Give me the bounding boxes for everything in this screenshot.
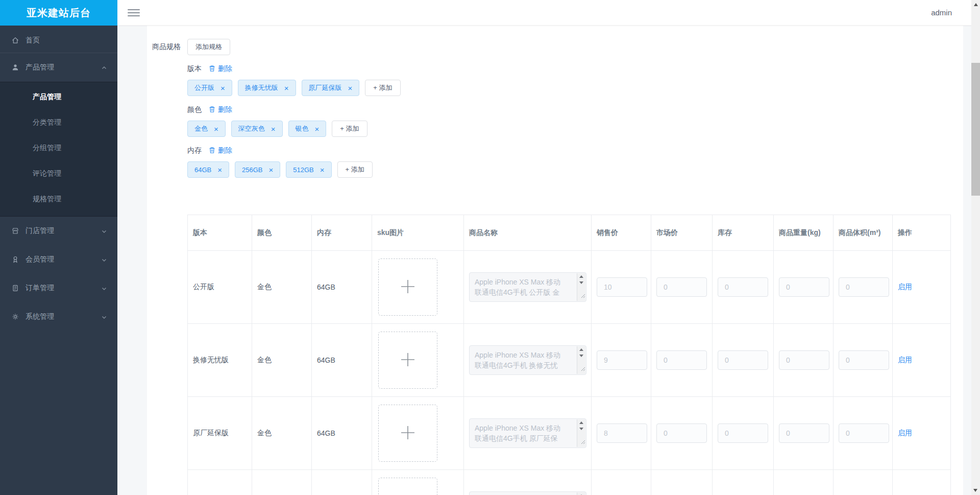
spec-tag-label: 256GB <box>242 166 262 174</box>
column-header: 市场价 <box>651 215 713 251</box>
upload-image-button[interactable] <box>378 332 437 389</box>
scrollbar-thumb[interactable] <box>971 63 980 196</box>
product-name-textarea[interactable]: Apple iPhone XS Max 移动联通电信4G手机 公开版 金 <box>469 272 586 302</box>
spec-tag: 金色× <box>187 121 226 137</box>
submenu-item-label: 规格管理 <box>33 195 61 204</box>
textarea-scrollbar[interactable] <box>577 492 585 495</box>
sidebar-item-system-management[interactable]: 系统管理 <box>0 302 117 331</box>
close-icon[interactable]: × <box>220 84 225 92</box>
add-tag-button[interactable]: + 添加 <box>337 161 373 178</box>
user-menu[interactable]: admin <box>931 8 952 17</box>
spec-tag: 换修无忧版× <box>238 80 296 96</box>
close-icon[interactable]: × <box>320 166 325 174</box>
sidebar-item-member-management[interactable]: 会员管理 <box>0 245 117 274</box>
sidebar-item-spec-management[interactable]: 规格管理 <box>0 186 117 212</box>
volume-input[interactable]: 0 <box>839 350 889 370</box>
product-name-textarea[interactable] <box>469 491 586 495</box>
stock-input[interactable]: 0 <box>718 277 768 297</box>
upload-image-button[interactable] <box>378 478 437 495</box>
cell-sku-image <box>372 324 464 397</box>
sidebar-item-group-management[interactable]: 分组管理 <box>0 135 117 161</box>
scroll-down-icon[interactable] <box>579 281 583 284</box>
sidebar-item-product-management[interactable]: 产品管理 <box>0 53 117 82</box>
enable-link[interactable]: 启用 <box>898 429 912 437</box>
upload-image-button[interactable] <box>378 405 437 462</box>
scroll-down-icon[interactable] <box>973 489 977 492</box>
sku-table: 版本颜色内存sku图片商品名称销售价市场价库存商品重量(kg)商品体积(m³)操… <box>187 215 951 495</box>
resize-grip-icon[interactable] <box>580 364 585 374</box>
sidebar-item-home[interactable]: 首页 <box>0 28 117 53</box>
market-price-input[interactable]: 0 <box>656 423 707 443</box>
add-tag-button[interactable]: + 添加 <box>332 121 367 137</box>
page-scrollbar[interactable] <box>971 0 980 495</box>
price-input[interactable]: 9 <box>597 350 647 370</box>
delete-spec-link[interactable]: 删除 <box>209 105 232 114</box>
resize-grip-icon[interactable] <box>580 437 585 447</box>
close-icon[interactable]: × <box>284 84 289 92</box>
delete-label: 删除 <box>218 105 232 114</box>
spec-tag-label: 换修无忧版 <box>245 83 278 92</box>
sidebar-item-label: 系统管理 <box>26 312 101 321</box>
close-icon[interactable]: × <box>217 166 222 174</box>
enable-link[interactable]: 启用 <box>898 282 912 291</box>
price-input[interactable]: 8 <box>597 423 647 443</box>
enable-link[interactable]: 启用 <box>898 356 912 364</box>
spec-tag-label: 512GB <box>293 166 313 174</box>
cell-weight: 0 <box>774 251 834 324</box>
market-price-input[interactable]: 0 <box>656 350 707 370</box>
hamburger-icon[interactable] <box>128 8 140 17</box>
sidebar-item-comment-management[interactable]: 评论管理 <box>0 161 117 186</box>
weight-input[interactable]: 0 <box>779 350 829 370</box>
cell-color: 金色 <box>252 251 312 324</box>
resize-grip-icon[interactable] <box>580 291 585 301</box>
weight-input[interactable]: 0 <box>779 423 829 443</box>
sidebar-item-store-management[interactable]: 门店管理 <box>0 217 117 245</box>
stock-input[interactable]: 0 <box>718 423 768 443</box>
spec-tag: 原厂延保版× <box>302 80 360 96</box>
cell-stock <box>713 470 774 495</box>
sidebar-item-product-management-sub[interactable]: 产品管理 <box>0 84 117 110</box>
scroll-up-icon[interactable] <box>579 348 583 351</box>
cell-weight <box>774 470 834 495</box>
scroll-down-icon[interactable] <box>579 355 583 357</box>
cell-volume: 0 <box>834 324 893 397</box>
cell-sku-image <box>372 470 464 495</box>
column-header: 颜色 <box>252 215 312 251</box>
cell-color: 金色 <box>252 397 312 470</box>
delete-spec-link[interactable]: 删除 <box>209 64 232 74</box>
add-spec-button[interactable]: 添加规格 <box>187 39 230 55</box>
scroll-up-icon[interactable] <box>579 275 583 278</box>
spec-group-label-row: 颜色删除 <box>187 105 963 115</box>
chevron-down-icon <box>101 228 107 234</box>
close-icon[interactable]: × <box>271 125 276 133</box>
column-header: 销售价 <box>592 215 651 251</box>
scroll-down-icon[interactable] <box>579 428 583 430</box>
product-name-textarea[interactable]: Apple iPhone XS Max 移动联通电信4G手机 换修无忧 <box>469 345 586 375</box>
close-icon[interactable]: × <box>214 125 218 133</box>
product-name-textarea[interactable]: Apple iPhone XS Max 移动联通电信4G手机 原厂延保 <box>469 418 586 448</box>
spec-tag-label: 银色 <box>296 124 309 133</box>
cell-volume: 0 <box>834 397 893 470</box>
trash-icon <box>209 147 218 155</box>
scroll-up-icon[interactable] <box>974 3 978 6</box>
weight-input[interactable]: 0 <box>779 277 829 297</box>
cell-action: 启用 <box>893 397 951 470</box>
close-icon[interactable]: × <box>348 84 353 92</box>
add-tag-button[interactable]: + 添加 <box>365 80 400 96</box>
sidebar-item-category-management[interactable]: 分类管理 <box>0 110 117 135</box>
cell-memory <box>312 470 372 495</box>
upload-image-button[interactable] <box>378 258 437 316</box>
sidebar-item-order-management[interactable]: 订单管理 <box>0 274 117 302</box>
delete-spec-link[interactable]: 删除 <box>209 146 232 155</box>
main-content: 商品规格 添加规格 版本删除公开版×换修无忧版×原厂延保版×+ 添加颜色删除金色… <box>117 26 971 495</box>
close-icon[interactable]: × <box>315 125 320 133</box>
volume-input[interactable]: 0 <box>839 277 889 297</box>
stock-input[interactable]: 0 <box>718 350 768 370</box>
spec-group-memory: 内存删除64GB×256GB×512GB×+ 添加 <box>187 146 963 178</box>
scroll-up-icon[interactable] <box>579 421 583 424</box>
volume-input[interactable]: 0 <box>839 423 889 443</box>
market-price-input[interactable]: 0 <box>656 277 707 297</box>
price-input[interactable]: 10 <box>597 277 647 297</box>
spec-section-label: 商品规格 <box>152 42 187 52</box>
close-icon[interactable]: × <box>269 166 274 174</box>
